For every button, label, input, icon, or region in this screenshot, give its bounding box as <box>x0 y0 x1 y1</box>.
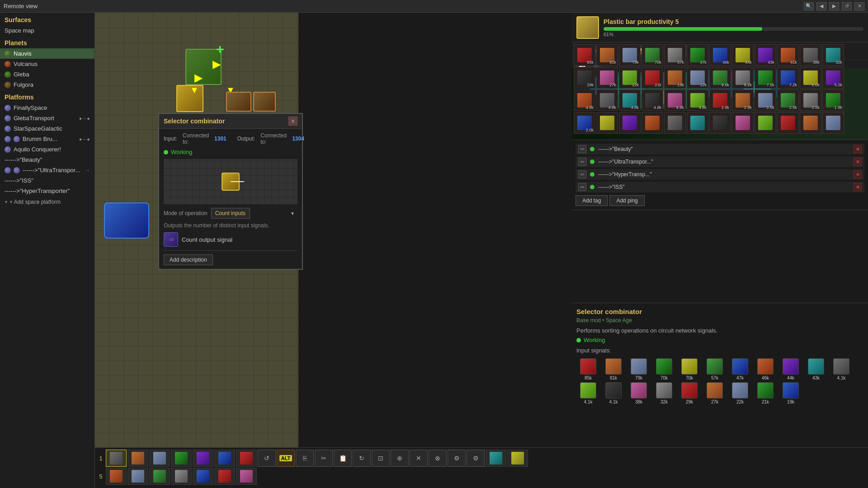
hotbar-slot-1-8[interactable] <box>486 450 506 467</box>
inv-cell-35[interactable]: 1.9k <box>822 89 844 111</box>
inv-cell-46[interactable] <box>800 112 821 134</box>
inv-cell-37[interactable] <box>596 112 618 134</box>
action-btn-zoom[interactable]: ⊡ <box>372 450 390 467</box>
platform-finallyspace[interactable]: FinallySpace <box>0 103 94 113</box>
inv-cell-43[interactable] <box>732 112 754 134</box>
planet-gleba[interactable]: Gleba <box>0 69 94 80</box>
inv-cell-11[interactable]: 32k <box>822 44 844 66</box>
inv-cell-21[interactable]: 7.2k <box>777 67 799 89</box>
hotbar-slot-1-2[interactable] <box>127 450 148 467</box>
inv-cell-20[interactable]: 7.5k <box>755 67 776 89</box>
planet-nauvis[interactable]: Nauvis <box>0 48 94 59</box>
inv-cell-33[interactable]: 2.5k <box>777 89 799 111</box>
action-btn-copy[interactable]: ⎘ <box>296 450 314 467</box>
inv-cell-17[interactable]: 12k <box>687 67 708 89</box>
inv-cell-27[interactable]: 4.8k <box>642 89 663 111</box>
close-btn[interactable]: ✕ <box>854 2 864 10</box>
inv-cell-7[interactable]: 44k <box>732 44 754 66</box>
inv-cell-29[interactable]: 4.8k <box>687 89 708 111</box>
hotbar-slot-2-6[interactable] <box>214 468 235 485</box>
inv-cell-15[interactable]: 21k <box>642 67 663 89</box>
inv-cell-0[interactable]: 85k <box>574 44 595 66</box>
action-btn-cut[interactable]: ✂ <box>315 450 333 467</box>
platform-geblatransport[interactable]: GlebaTransport ●→● <box>0 113 94 123</box>
platform-starspacegalactic[interactable]: StarSpaceGalactic <box>0 123 94 134</box>
inv-cell-23[interactable]: 5.2k <box>822 67 844 89</box>
inv-cell-32[interactable]: 2.5k <box>755 89 776 111</box>
space-map-item[interactable]: Space map <box>0 25 94 36</box>
action-btn-settings[interactable]: ⚙ <box>448 450 466 467</box>
action-btn-paste[interactable]: 📋 <box>334 450 352 467</box>
platform-hypertransporter[interactable]: ------>"HyperTransporter" <box>0 186 94 196</box>
hotbar-slot-1-1[interactable] <box>106 450 127 467</box>
inv-cell-38[interactable] <box>619 112 641 134</box>
inv-cell-5[interactable]: 47k <box>687 44 708 66</box>
hotbar-slot-2-2[interactable] <box>127 468 148 485</box>
inv-cell-42[interactable] <box>709 112 731 134</box>
inv-cell-41[interactable] <box>687 112 708 134</box>
action-btn-gear2[interactable]: ⚙ <box>467 450 485 467</box>
inv-cell-13[interactable]: 27k <box>596 67 618 89</box>
inv-cell-1[interactable]: 81k <box>596 44 618 66</box>
hotbar-slot-2-4[interactable] <box>171 468 192 485</box>
inv-cell-18[interactable]: 9.6k <box>709 67 731 89</box>
inv-cell-22[interactable]: 6.0k <box>800 67 821 89</box>
platform-beauty[interactable]: ------>"Beauty" <box>0 155 94 165</box>
platform-brumm[interactable]: Brumm Bru... ●→● <box>0 134 94 144</box>
inv-cell-28[interactable]: 4.8k <box>664 89 686 111</box>
inv-cell-31[interactable]: 2.9k <box>732 89 754 111</box>
planet-fulgora[interactable]: Fulgora <box>0 80 94 90</box>
platform-ultratranspor[interactable]: ------>"UltraTranspor... → <box>0 165 94 175</box>
action-btn-rotate[interactable]: ↻ <box>353 450 371 467</box>
add-platform-btn[interactable]: + + Add space platform <box>0 196 94 208</box>
hotbar-slot-1-3[interactable] <box>149 450 170 467</box>
refresh-btn[interactable]: ↺ <box>842 2 852 10</box>
combinator-entity-2[interactable] <box>253 92 276 112</box>
action-btn-alt[interactable]: ALT <box>277 450 295 467</box>
combinator-entity[interactable] <box>226 92 251 112</box>
inv-cell-16[interactable]: 19k <box>664 67 686 89</box>
hotbar-slot-1-4[interactable] <box>171 450 192 467</box>
inv-cell-19[interactable]: 8.2k <box>732 67 754 89</box>
mode-select[interactable]: Count inputs <box>211 208 250 219</box>
inv-cell-40[interactable] <box>664 112 686 134</box>
inv-cell-45[interactable] <box>777 112 799 134</box>
action-btn-plus[interactable]: ⊕ <box>391 450 409 467</box>
inv-cell-3[interactable]: 70k <box>642 44 663 66</box>
inv-cell-36[interactable]: 2.0k <box>574 112 595 134</box>
inv-cell-6[interactable]: 46k <box>709 44 731 66</box>
dialog-close-button[interactable]: × <box>288 117 297 126</box>
hotbar-slot-1-9[interactable] <box>507 450 528 467</box>
inv-cell-10[interactable]: 38k <box>800 44 821 66</box>
hotbar-slot-2-3[interactable] <box>149 468 170 485</box>
platform-aquilo[interactable]: Aquilo Conquerer! <box>0 144 94 155</box>
inv-cell-8[interactable]: 43k <box>755 44 776 66</box>
back-btn[interactable]: ◀ <box>816 2 826 10</box>
inv-cell-2[interactable]: 79k <box>619 44 641 66</box>
inv-cell-12[interactable]: 29k <box>574 67 595 89</box>
inv-cell-47[interactable] <box>822 112 844 134</box>
inv-cell-9[interactable]: 41k <box>777 44 799 66</box>
hotbar-slot-1-5[interactable] <box>193 450 213 467</box>
inv-cell-34[interactable]: 2.5k <box>800 89 821 111</box>
action-btn-cancel[interactable]: ⊗ <box>429 450 447 467</box>
platform-iss[interactable]: ------>"ISS" <box>0 175 94 186</box>
hotbar-slot-2-1[interactable] <box>106 468 127 485</box>
forward-btn[interactable]: ▶ <box>829 2 839 10</box>
inv-cell-14[interactable]: 22k <box>619 67 641 89</box>
hotbar-slot-1-7[interactable] <box>236 450 257 467</box>
game-entity-mech-1[interactable] <box>104 202 149 239</box>
inv-cell-26[interactable]: 4.8k <box>619 89 641 111</box>
add-description-button[interactable]: Add description <box>164 254 213 265</box>
inv-cell-25[interactable]: 4.8k <box>596 89 618 111</box>
inv-cell-24[interactable]: 4.8k <box>574 89 595 111</box>
inv-cell-4[interactable]: 57k <box>664 44 686 66</box>
hotbar-slot-2-5[interactable] <box>193 468 213 485</box>
action-btn-x[interactable]: ✕ <box>410 450 428 467</box>
minimize-btn[interactable]: 🔍 <box>804 2 814 10</box>
hotbar-slot-2-7[interactable] <box>236 468 257 485</box>
inv-cell-30[interactable]: 2.9k <box>709 89 731 111</box>
action-btn-undo[interactable]: ↺ <box>258 450 276 467</box>
inv-cell-39[interactable] <box>642 112 663 134</box>
inv-cell-44[interactable] <box>755 112 776 134</box>
